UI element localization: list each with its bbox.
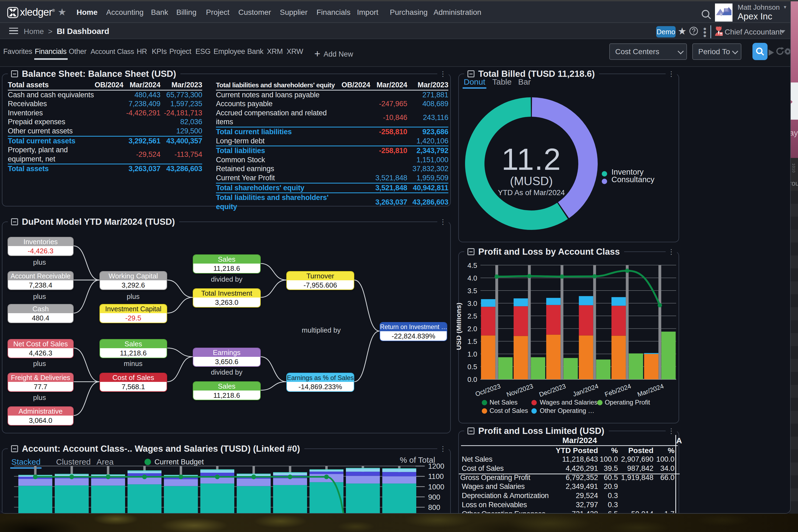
svg-text:4.5: 4.5 <box>467 261 477 269</box>
svg-text:3.5: 3.5 <box>467 287 477 295</box>
svg-text:Feb/2024: Feb/2024 <box>604 382 632 398</box>
svg-text:Mar/2024: Mar/2024 <box>636 382 665 398</box>
svg-text:0.0: 0.0 <box>467 376 477 384</box>
svg-text:1200: 1200 <box>428 462 444 470</box>
svg-text:3.0: 3.0 <box>467 299 477 307</box>
svg-text:2.0: 2.0 <box>467 325 477 333</box>
svg-text:900: 900 <box>428 493 440 501</box>
svg-text:1.5: 1.5 <box>467 338 477 346</box>
svg-text:2.5: 2.5 <box>467 312 477 320</box>
svg-text:Dec/2023: Dec/2023 <box>538 382 567 398</box>
svg-text:4.0: 4.0 <box>467 274 477 282</box>
svg-text:800: 800 <box>428 504 440 512</box>
svg-text:Oct/2023: Oct/2023 <box>474 382 501 398</box>
svg-text:1.0: 1.0 <box>467 350 477 358</box>
svg-text:USD (Millions): USD (Millions) <box>457 303 463 350</box>
svg-text:Nov/2023: Nov/2023 <box>505 382 534 398</box>
svg-text:1100: 1100 <box>428 472 444 480</box>
svg-text:0.5: 0.5 <box>467 363 477 371</box>
svg-text:Jan/2024: Jan/2024 <box>572 382 599 398</box>
svg-text:1000: 1000 <box>428 483 444 491</box>
